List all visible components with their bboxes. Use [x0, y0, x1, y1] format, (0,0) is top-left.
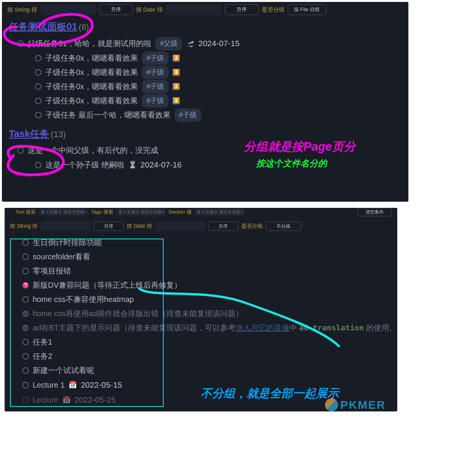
annotation-text-green: 按这个文件名分的 [256, 158, 327, 169]
checkbox-circle-icon[interactable] [35, 162, 41, 168]
priority-high-icon: ⏫ [172, 69, 180, 76]
task-text: 这是一个孙子级 绝嗣啦 [45, 158, 124, 172]
task-row-child[interactable]: 子级任务 最后一个哈，嗯嗯看看效果#子级 [9, 108, 408, 122]
label-section-search: Section 搜 [169, 209, 192, 216]
annotation-box-icon [10, 239, 164, 407]
group-header-1: 任务测试面板01 (6) [9, 20, 408, 33]
watermark-logo-icon [325, 398, 338, 411]
checkbox-circle-icon[interactable] [35, 55, 41, 61]
code-snippet: ad-translation [299, 323, 364, 332]
checkbox-circle-icon[interactable] [35, 98, 41, 104]
input-section-search[interactable] [194, 208, 244, 216]
search-toolbar-cut: Text 搜索 Tags 搜索 Section 搜 清空条件 [5, 208, 397, 216]
task-text: 子级任务 最后一个哈，嗯嗯看看效果 [45, 108, 171, 122]
airplane-icon: 🛫 [186, 37, 194, 50]
group-header-2: Task任务 (13) [9, 128, 408, 140]
annotation-text-blue: 不分组，就是全部一起展示 [201, 386, 339, 401]
tag-child[interactable]: #子级 [142, 66, 169, 79]
tag-child[interactable]: #子级 [174, 108, 201, 122]
group-count: (6) [79, 22, 89, 32]
task-row-child[interactable]: 子级任务0x，嗯嗯看看效果#子级⏫ [9, 51, 408, 65]
btn-group-by-file[interactable]: 按 File 分组 [288, 4, 326, 15]
label-sort-date: 按 Date 排 [127, 223, 152, 230]
label-sort-string: 按 String 排 [10, 223, 38, 230]
input-tags-search[interactable] [116, 208, 166, 216]
btn-clear-filters[interactable]: 清空条件 [357, 208, 392, 216]
label-text-search: Text 搜索 [15, 209, 36, 216]
checkbox-circle-icon[interactable] [35, 112, 41, 118]
panel-flat: Text 搜索 Tags 搜索 Section 搜 清空条件 按 String … [5, 208, 397, 411]
label-group-toggle: 是否分组 [262, 6, 285, 13]
priority-high-icon: ⏫ [172, 83, 180, 90]
annotation-text-magenta: 分组就是按Page页分 [244, 139, 356, 155]
task-text: 子级任务0x，嗯嗯看看效果 [45, 94, 138, 108]
btn-sort-date-asc[interactable]: 升序 [208, 222, 238, 231]
input-sort-date[interactable] [166, 4, 222, 15]
group-count: (13) [51, 129, 66, 139]
task-date: 2024-07-15 [198, 36, 239, 51]
tag-parent[interactable]: #父级 [155, 37, 182, 50]
toolbar-grouped: 按 String 排 升序 按 Date 排 升序 是否分组 按 File 分组 [2, 2, 408, 17]
checkbox-circle-icon[interactable] [35, 69, 41, 76]
label-group-toggle: 是否分组 [241, 223, 263, 230]
input-sort-string[interactable] [40, 4, 96, 15]
reference-link[interactable]: 渔人与它的灵魂 [236, 323, 289, 332]
btn-sort-date-asc[interactable]: 升序 [225, 4, 259, 15]
task-text: 子级任务0x，嗯嗯看看效果 [45, 65, 138, 80]
task-row-child[interactable]: 子级任务0x，嗯嗯看看效果#子级⏫ [9, 80, 408, 94]
task-row-parent[interactable]: 父级任务01，哈哈，就是测试用的啦 #父级 🛫 2024-07-15 [9, 36, 408, 51]
label-tags-search: Tags 搜索 [91, 209, 113, 216]
label-sort-string: 按 String 排 [7, 6, 37, 13]
toolbar-flat: 按 String 排 升序 按 Date 排 升序 是否分组 不分组 [5, 216, 397, 233]
group-title-link[interactable]: 任务测试面板01 [9, 20, 77, 33]
tag-child[interactable]: #子级 [142, 94, 169, 108]
checkbox-circle-icon[interactable] [17, 40, 24, 47]
watermark-text: PKMER [340, 398, 386, 411]
checkbox-circle-icon[interactable] [35, 83, 41, 90]
input-sort-date[interactable] [155, 222, 205, 231]
label-sort-date: 按 Date 排 [136, 6, 163, 13]
panel-grouped: 按 String 排 升序 按 Date 排 升序 是否分组 按 File 分组… [2, 2, 408, 202]
input-text-search[interactable] [38, 208, 88, 216]
task-row-child[interactable]: 子级任务0x，嗯嗯看看效果#子级⏫ [9, 94, 408, 108]
btn-sort-string-asc[interactable]: 升序 [99, 4, 133, 15]
group-title-link[interactable]: Task任务 [9, 128, 49, 140]
task-row-child[interactable]: 子级任务0x，嗯嗯看看效果#子级⏫ [9, 65, 408, 80]
hourglass-icon: ⏳ [128, 159, 137, 171]
task-text: 父级任务01，哈哈，就是测试用的啦 [28, 36, 151, 51]
priority-high-icon: ⏫ [172, 97, 180, 104]
btn-no-group[interactable]: 不分组 [266, 222, 301, 231]
checkbox-circle-icon[interactable] [17, 147, 24, 154]
btn-sort-string-asc[interactable]: 升序 [94, 222, 124, 231]
task-text: 子级任务0x，嗯嗯看看效果 [45, 80, 138, 94]
tag-child[interactable]: #子级 [142, 80, 169, 93]
watermark: PKMER [325, 398, 386, 411]
task-text: 这是一个中间父级，有后代的，没完成 [28, 143, 158, 158]
priority-high-icon: ⏫ [172, 55, 180, 62]
task-row-sub[interactable]: 这是一个孙子级 绝嗣啦 ⏳ 2024-07-16 [9, 158, 408, 172]
task-date: 2024-07-16 [141, 158, 182, 172]
input-sort-string[interactable] [41, 222, 91, 231]
task-text: 子级任务0x，嗯嗯看看效果 [45, 51, 138, 65]
tag-child[interactable]: #子级 [142, 51, 169, 65]
